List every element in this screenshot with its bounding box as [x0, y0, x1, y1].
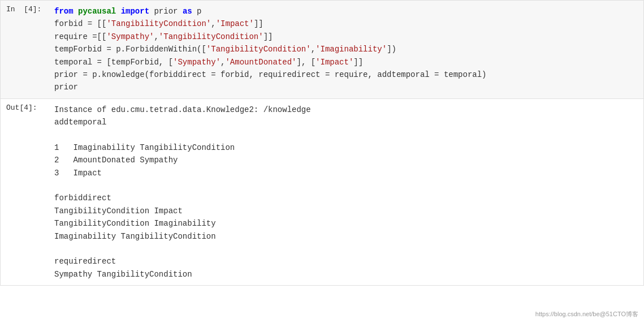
mod-pycausal: pycausal	[78, 7, 116, 16]
var-p: p	[192, 7, 202, 16]
output-line-1: Instance of edu.cmu.tetrad.data.Knowledg…	[54, 104, 638, 116]
close-temporal: ]]	[353, 58, 363, 67]
code-line-1: from pycausal import prior as p	[54, 5, 638, 18]
comma2: ,	[154, 32, 158, 41]
var-prior: prior	[154, 7, 182, 16]
code-line-3: require =[['Sympathy','TangibilityCondit…	[54, 31, 638, 43]
output-blank-1	[54, 129, 638, 141]
input-label: In [4]:	[1, 1, 49, 98]
code-prior-var: prior	[54, 83, 78, 92]
output-line-7: TangibilityCondition Impact	[54, 205, 638, 217]
code-line-5: temporal = [tempForbid, ['Sympathy','Amo…	[54, 56, 638, 68]
output-content: Instance of edu.cmu.tetrad.data.Knowledg…	[49, 99, 643, 285]
output-line-4: 2 AmountDonated Sympathy	[54, 154, 638, 166]
output-line-9: Imaginability TangibilityCondition	[54, 230, 638, 243]
out-number: Out[4]:	[6, 104, 37, 112]
kw-from: from	[54, 7, 78, 16]
comma3: ,	[311, 45, 315, 54]
code-tempforbid: tempForbid = p.ForbiddenWithin([	[54, 45, 206, 54]
in-number: [4]:	[24, 5, 41, 14]
comma1: ,	[211, 19, 215, 28]
code-prior-assign: prior = p.knowledge(forbiddirect = forbi…	[54, 70, 487, 79]
str-imaginability: 'Imaginability'	[315, 45, 387, 54]
in-keyword: In	[6, 5, 15, 14]
code-line-4: tempForbid = p.ForbiddenWithin(['Tangibi…	[54, 43, 638, 55]
output-line-3: 1 Imaginability TangibilityCondition	[54, 141, 638, 154]
output-line-11: Sympathy TangibilityCondition	[54, 268, 638, 281]
str-amountdonated: 'AmountDonated'	[225, 58, 296, 67]
code-line-6: prior = p.knowledge(forbiddirect = forbi…	[54, 68, 638, 81]
code-forbid: forbid = [[	[54, 19, 106, 28]
output-blank-3	[54, 243, 638, 255]
str-tangibility2: 'TangibilityCondition'	[159, 32, 263, 41]
kw-import: import	[116, 7, 154, 16]
code-line-2: forbid = [['TangibilityCondition','Impac…	[54, 18, 638, 30]
mid-temporal: ], [	[297, 58, 316, 67]
input-cell: In [4]: from pycausal import prior as p …	[0, 0, 644, 99]
str-sympathy: 'Sympathy'	[106, 32, 154, 41]
output-line-10: requiredirect	[54, 255, 638, 268]
code-temporal: temporal = [tempForbid, [	[54, 58, 173, 67]
output-line-5: 3 Impact	[54, 167, 638, 179]
output-line-8: TangibilityCondition Imaginability	[54, 217, 638, 230]
close-forbid: ]]	[254, 19, 263, 28]
str-tangibility: 'TangibilityCondition'	[106, 19, 211, 28]
str-impact: 'Impact'	[216, 19, 254, 28]
code-require: require =[[	[54, 32, 106, 41]
close-tempforbid: ])	[387, 45, 396, 54]
output-blank-2	[54, 179, 638, 192]
watermark: https://blog.csdn.net/be@51CTO博客	[535, 310, 638, 318]
output-line-2: addtemporal	[54, 116, 638, 128]
output-cell: Out[4]: Instance of edu.cmu.tetrad.data.…	[0, 99, 644, 286]
kw-as: as	[183, 7, 192, 16]
str-impact2: 'Impact'	[315, 58, 353, 67]
output-label: Out[4]:	[1, 99, 49, 285]
notebook: In [4]: from pycausal import prior as p …	[0, 0, 644, 323]
close-require: ]]	[263, 32, 273, 41]
output-line-6: forbiddirect	[54, 192, 638, 204]
str-sympathy2: 'Sympathy'	[173, 58, 221, 67]
str-tangibility3: 'TangibilityCondition'	[206, 45, 311, 54]
code-line-7: prior	[54, 81, 638, 93]
code-content[interactable]: from pycausal import prior as p forbid =…	[49, 1, 643, 98]
